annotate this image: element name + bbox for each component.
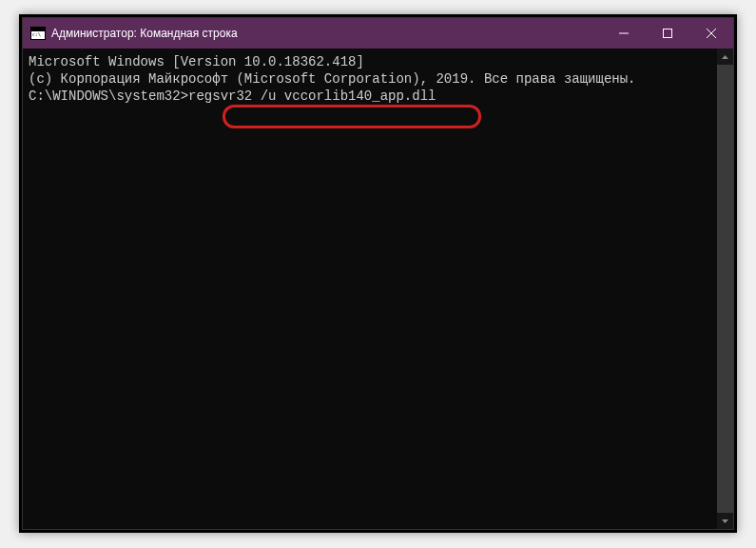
window-title: Администратор: Командная строка	[51, 27, 602, 40]
titlebar: Администратор: Командная строка	[23, 18, 733, 49]
maximize-button[interactable]	[646, 18, 689, 49]
scroll-track[interactable]	[717, 65, 733, 513]
scroll-down-arrow[interactable]	[717, 513, 733, 529]
window-controls	[602, 18, 733, 49]
terminal-line: (c) Корпорация Майкрософт (Microsoft Cor…	[29, 70, 711, 88]
terminal-prompt-line: C:\WINDOWS\system32>regsvr32 /u vccorlib…	[29, 88, 711, 105]
terminal-line: Microsoft Windows [Version 10.0.18362.41…	[29, 53, 711, 70]
scrollbar[interactable]	[717, 49, 733, 529]
scroll-up-arrow[interactable]	[717, 49, 733, 65]
close-button[interactable]	[689, 18, 733, 49]
minimize-button[interactable]	[602, 18, 646, 49]
command-input[interactable]: regsvr32 /u vccorlib140_app.dll	[188, 88, 436, 104]
prompt: C:\WINDOWS\system32>	[29, 88, 188, 104]
terminal-content[interactable]: Microsoft Windows [Version 10.0.18362.41…	[23, 49, 717, 529]
cmd-icon	[30, 27, 46, 40]
svg-marker-4	[722, 55, 728, 59]
svg-rect-1	[664, 29, 672, 38]
terminal-body[interactable]: Microsoft Windows [Version 10.0.18362.41…	[23, 49, 733, 529]
svg-marker-5	[722, 519, 728, 523]
command-prompt-window: Администратор: Командная строка Microsof…	[22, 17, 734, 530]
scroll-thumb[interactable]	[717, 65, 733, 513]
